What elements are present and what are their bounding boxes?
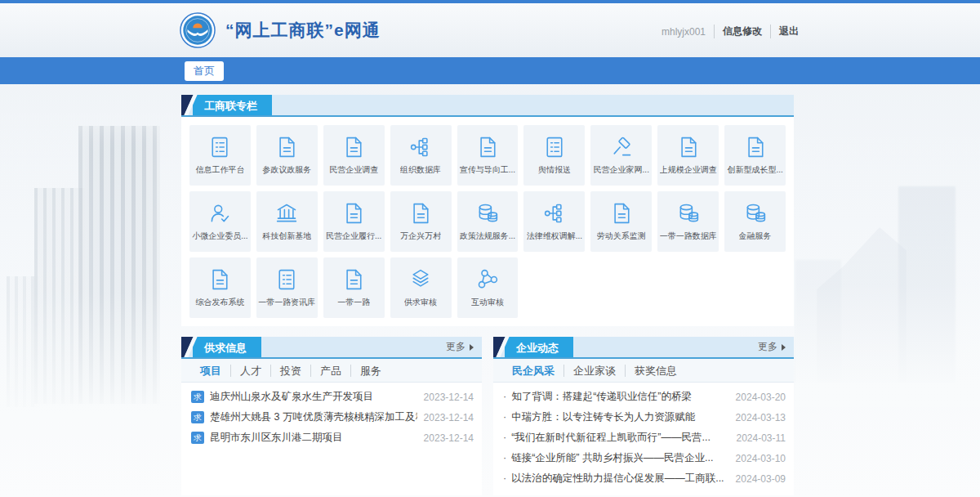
supply-tabs: 项目人才投资产品服务 <box>181 359 482 383</box>
news-item-date: 2024-03-10 <box>736 453 786 464</box>
special-item-3[interactable]: 民营企业调查 <box>323 125 385 186</box>
modify-info-link[interactable]: 信息修改 <box>714 25 762 38</box>
demand-badge: 求 <box>191 411 204 423</box>
news-list: 知了背调：搭建起“传递职业信任”的桥梁2024-03-20中瑞方胜：以专注铸专长… <box>493 383 794 489</box>
supply-panel-header: 供求信息 更多 <box>181 337 482 359</box>
share-icon <box>476 268 499 291</box>
username: mhlyjx001 <box>662 26 706 38</box>
news-tab-1[interactable]: 民企风采 <box>503 365 564 377</box>
news-item-title: 知了背调：搭建起“传递职业信任”的桥梁 <box>503 390 729 404</box>
supply-tab-3[interactable]: 投资 <box>270 365 310 377</box>
nav-home-button[interactable]: 首页 <box>185 61 224 81</box>
person-icon <box>208 202 231 225</box>
layers-icon <box>409 268 432 291</box>
special-panel-header: 工商联专栏 <box>181 95 794 117</box>
special-item-label: 法律维权调解... <box>527 231 582 242</box>
doc-icon <box>744 136 767 159</box>
supply-more-link[interactable]: 更多 <box>446 337 474 357</box>
news-tabs: 民企风采企业家谈获奖信息 <box>493 359 794 383</box>
news-item-date: 2024-03-11 <box>737 432 786 444</box>
special-item-7[interactable]: 民营企业家网... <box>590 125 652 186</box>
bottom-panels: 供求信息 更多 项目人才投资产品服务 求迪庆州山泉水及矿泉水生产开发项目2023… <box>181 337 794 495</box>
special-item-label: 民营企业调查 <box>329 164 378 176</box>
doc-icon <box>677 136 700 159</box>
special-item-4[interactable]: 组织数据库 <box>390 125 452 186</box>
supply-tab-5[interactable]: 服务 <box>350 365 390 377</box>
form-icon <box>275 268 298 291</box>
special-item-12[interactable]: 民营企业履行... <box>323 191 385 252</box>
supply-item-title: 昆明市东川区东川港二期项目 <box>210 431 417 445</box>
special-item-22[interactable]: 供求审核 <box>390 257 452 318</box>
logout-link[interactable]: 退出 <box>770 25 799 38</box>
special-item-label: 万企兴万村 <box>400 231 441 242</box>
more-label: 更多 <box>446 340 466 354</box>
org-icon <box>543 202 566 225</box>
special-item-15[interactable]: 法律维权调解... <box>523 191 585 252</box>
site-header: “网上工商联”e网通 mhlyjx001 信息修改 退出 <box>0 3 980 57</box>
supply-tab-2[interactable]: 人才 <box>230 365 270 377</box>
special-item-19[interactable]: 综合发布系统 <box>189 257 251 318</box>
news-item-3[interactable]: “我们在新时代新征程上凯歌而行”——民营...2024-03-11 <box>503 428 786 448</box>
special-item-2[interactable]: 参政议政服务 <box>256 125 318 186</box>
supply-tab-1[interactable]: 项目 <box>191 365 230 377</box>
supply-item-date: 2023-12-14 <box>424 432 474 444</box>
special-item-label: 供求审核 <box>404 297 437 308</box>
bank-icon <box>275 202 298 225</box>
special-item-10[interactable]: 小微企业委员... <box>189 191 251 252</box>
news-item-4[interactable]: 链接“企业所能” 共助乡村振兴——民营企业...2024-03-10 <box>503 448 786 468</box>
org-icon <box>409 136 432 159</box>
news-item-title: 以法治的确定性助力提信心促发展——工商联... <box>503 472 729 486</box>
special-item-13[interactable]: 万企兴万村 <box>390 191 452 252</box>
demand-badge: 求 <box>191 432 204 444</box>
special-item-label: 一带一路 <box>337 297 370 308</box>
special-item-label: 金融服务 <box>739 231 772 242</box>
db-icon <box>744 202 767 225</box>
supply-item-date: 2023-12-14 <box>424 412 474 423</box>
special-item-8[interactable]: 上规模企业调查 <box>657 125 719 186</box>
special-item-5[interactable]: 宣传与导向工... <box>457 125 519 186</box>
news-item-date: 2024-03-20 <box>736 392 786 403</box>
special-item-14[interactable]: 政策法规服务... <box>457 191 519 252</box>
special-item-20[interactable]: 一带一路资讯库 <box>256 257 318 318</box>
doc-icon <box>275 136 298 159</box>
news-item-1[interactable]: 知了背调：搭建起“传递职业信任”的桥梁2024-03-20 <box>503 387 786 407</box>
special-item-17[interactable]: 一带一路数据库 <box>657 191 719 252</box>
main-content: 工商联专栏 信息工作平台参政议政服务民营企业调查组织数据库宣传与导向工...舆情… <box>181 95 794 495</box>
news-tab-3[interactable]: 获奖信息 <box>625 365 686 377</box>
special-item-label: 一带一路数据库 <box>660 231 717 242</box>
special-item-label: 组织数据库 <box>400 164 441 176</box>
demand-badge: 求 <box>191 391 204 403</box>
news-item-5[interactable]: 以法治的确定性助力提信心促发展——工商联...2024-03-09 <box>503 468 786 489</box>
doc-icon <box>342 202 365 225</box>
special-item-label: 参政议政服务 <box>262 164 311 176</box>
supply-panel-title: 供求信息 <box>193 337 261 357</box>
site-logo[interactable] <box>180 12 216 48</box>
special-item-11[interactable]: 科技创新基地 <box>256 191 318 252</box>
special-item-21[interactable]: 一带一路 <box>323 257 385 318</box>
special-item-23[interactable]: 互动审核 <box>457 257 519 318</box>
db-icon <box>476 202 499 225</box>
special-item-6[interactable]: 舆情报送 <box>523 125 585 186</box>
news-item-title: 链接“企业所能” 共助乡村振兴——民营企业... <box>503 451 729 465</box>
news-item-2[interactable]: 中瑞方胜：以专注铸专长为人力资源赋能2024-03-13 <box>503 407 786 428</box>
special-item-label: 信息工作平台 <box>195 164 244 176</box>
special-item-1[interactable]: 信息工作平台 <box>189 125 251 186</box>
doc-icon <box>208 268 231 291</box>
news-tab-2[interactable]: 企业家谈 <box>564 365 625 377</box>
special-panel: 工商联专栏 信息工作平台参政议政服务民营企业调查组织数据库宣传与导向工...舆情… <box>181 95 794 326</box>
supply-item-3[interactable]: 求昆明市东川区东川港二期项目2023-12-14 <box>191 428 474 448</box>
doc-icon <box>409 202 432 225</box>
special-item-18[interactable]: 金融服务 <box>724 191 786 252</box>
special-item-label: 民营企业家网... <box>594 164 649 176</box>
special-item-16[interactable]: 劳动关系监测 <box>590 191 652 252</box>
news-item-title: 中瑞方胜：以专注铸专长为人力资源赋能 <box>503 410 729 424</box>
special-item-label: 宣传与导向工... <box>460 164 515 176</box>
news-more-link[interactable]: 更多 <box>758 337 786 357</box>
supply-tab-4[interactable]: 产品 <box>310 365 350 377</box>
special-item-label: 舆情报送 <box>538 164 571 176</box>
more-label: 更多 <box>758 340 777 354</box>
special-item-9[interactable]: 创新型成长型... <box>724 125 786 186</box>
supply-item-1[interactable]: 求迪庆州山泉水及矿泉水生产开发项目2023-12-14 <box>191 387 474 407</box>
special-item-label: 小微企业委员... <box>192 231 247 242</box>
supply-item-2[interactable]: 求楚雄州大姚县 3 万吨优质薄壳核桃精深加工及科...2023-12-14 <box>191 407 474 428</box>
